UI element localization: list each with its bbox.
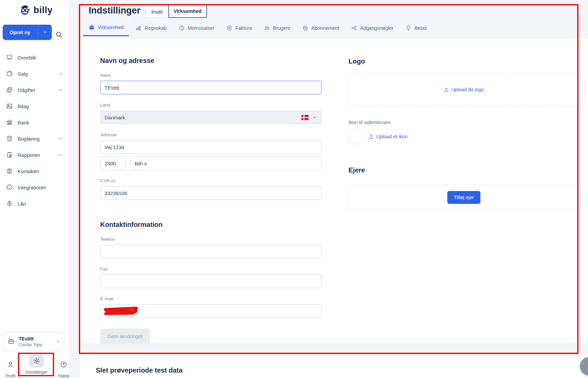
section-title-contact: Kontaktinformation	[100, 221, 321, 229]
chevron-down-icon	[58, 136, 63, 141]
tab-betas[interactable]: Betas	[400, 22, 432, 36]
company-switcher[interactable]: TEstttt Cecilie Topp	[3, 332, 64, 351]
name-input[interactable]	[100, 81, 321, 94]
chevron-down-icon	[43, 30, 47, 34]
briefcase-icon	[89, 24, 95, 30]
sidebar-item-label: Bogføring	[18, 136, 40, 142]
scope-tab-virksomhed[interactable]: Virksomhed	[168, 4, 207, 18]
tab-label: Faktura	[235, 25, 252, 31]
settings-tab-bar: Virksomhed Regnskab Momssatser Faktura B…	[83, 22, 432, 36]
footer-item-label: Indstillinger	[25, 370, 48, 375]
sidebar-item-overblik[interactable]: Overblik	[0, 49, 69, 66]
tab-regnskab[interactable]: Regnskab	[130, 22, 172, 36]
upload-icon-link[interactable]: Upload et ikon	[369, 134, 408, 139]
puzzle-icon	[6, 184, 13, 191]
company-settings-card: Navn og adresse Navn Land Danmark Adress…	[80, 39, 588, 344]
zip-input[interactable]	[100, 157, 126, 170]
tab-abonnement[interactable]: Abonnement	[297, 22, 344, 36]
tab-label: Betas	[414, 25, 427, 31]
chevron-down-icon	[58, 88, 63, 92]
upload-icon	[444, 87, 449, 92]
tab-faktura[interactable]: Faktura	[221, 22, 257, 36]
sidebar-icon-label: Ikon til sidemenuen	[348, 120, 579, 125]
sidebar-item-bogfoering[interactable]: Bogføring	[0, 131, 69, 147]
add-owner-button[interactable]: Tilføj ejer	[447, 191, 480, 204]
chevron-down-icon	[58, 71, 63, 76]
name-label: Navn	[100, 73, 321, 78]
country-value: Danmark	[105, 115, 125, 120]
billy-logo[interactable]: billy	[19, 4, 53, 16]
tab-brugere[interactable]: Brugere	[258, 22, 296, 36]
upload-icon-label: Upload et ikon	[376, 134, 408, 139]
name-address-form: Navn og adresse Navn Land Danmark Adress…	[100, 57, 321, 344]
settings-active-highlight	[29, 354, 44, 368]
logo-upload-dropzone[interactable]: Upload dit logo	[348, 73, 579, 106]
sidebar-item-laan[interactable]: Lån	[0, 195, 69, 212]
tab-label: Brugere	[273, 25, 291, 31]
delete-trial-title: Slet prøveperiode test data	[96, 367, 183, 374]
sidebar-item-kontakter[interactable]: Kontakter	[0, 163, 69, 179]
users-icon	[264, 25, 270, 31]
chevron-down-icon	[312, 115, 317, 120]
company-name: TEstttt	[19, 336, 43, 341]
image-icon	[6, 103, 13, 110]
phone-label: Telefon	[100, 237, 321, 242]
fax-input[interactable]	[100, 275, 321, 288]
tab-label: Abonnement	[311, 25, 339, 31]
tab-label: Momssatser	[188, 25, 214, 31]
address-input[interactable]	[100, 140, 321, 154]
money-bag-icon	[6, 200, 13, 207]
footer-item-profil[interactable]: Profil	[2, 358, 19, 378]
tab-momssatser[interactable]: Momssatser	[173, 22, 220, 36]
city-input[interactable]	[130, 157, 321, 170]
save-changes-button[interactable]: Gem ændringer	[100, 329, 150, 344]
scope-tab-profil[interactable]: Profil	[145, 6, 168, 18]
create-new-button[interactable]: Opret ny	[3, 25, 52, 40]
sidebar-item-integrationer[interactable]: Integrationer	[0, 179, 69, 195]
pie-chart-icon	[179, 25, 185, 31]
sidebar: billy Opret ny Overblik Salg	[0, 0, 69, 378]
sidebar-item-label: Lån	[18, 201, 26, 207]
documents-icon	[6, 87, 13, 93]
wallet-icon	[6, 70, 13, 77]
sidebar-item-label: Salg	[18, 71, 28, 77]
tab-virksomhed[interactable]: Virksomhed	[83, 22, 129, 36]
person-circle-icon	[6, 168, 13, 174]
company-user: Cecilie Topp	[19, 342, 43, 347]
denmark-flag-icon	[301, 115, 309, 120]
upload-logo-link[interactable]: Upload dit logo	[444, 87, 484, 92]
country-select[interactable]: Danmark	[100, 111, 321, 124]
dashboard-icon	[6, 54, 13, 61]
invoice-icon	[226, 25, 232, 31]
briefcase-icon	[8, 338, 15, 345]
fax-label: Fax	[100, 266, 321, 271]
footer-item-hjaelp[interactable]: Hjælp	[54, 358, 73, 378]
footer-item-label: Profil	[2, 373, 19, 378]
upload-icon	[369, 134, 374, 139]
sidebar-item-udgifter[interactable]: Udgifter	[0, 82, 69, 98]
footer-item-label: Hjælp	[54, 373, 73, 378]
sidebar-item-bank[interactable]: Bank	[0, 114, 69, 131]
sidebar-item-salg[interactable]: Salg	[0, 66, 69, 82]
icon-upload-dropzone[interactable]	[348, 129, 363, 144]
section-title-name-address: Navn og adresse	[100, 57, 321, 65]
phone-input[interactable]	[100, 245, 321, 258]
access-keys-icon	[351, 25, 357, 31]
tab-label: Virksomhed	[98, 25, 123, 30]
search-icon[interactable]	[55, 29, 67, 40]
cvr-input[interactable]	[100, 186, 321, 200]
footer-item-indstillinger[interactable]: Indstillinger	[25, 354, 48, 375]
person-icon	[2, 358, 19, 371]
chevron-down-icon	[58, 152, 63, 157]
section-title-logo: Logo	[348, 57, 579, 65]
help-icon	[54, 358, 73, 371]
tab-adgangsnoegler[interactable]: Adgangsnøgler	[346, 22, 399, 36]
sidebar-item-rapporter[interactable]: Rapporter	[0, 147, 69, 163]
sidebar-item-bilag[interactable]: Bilag	[0, 98, 69, 114]
button-divider	[37, 28, 38, 37]
email-input[interactable]	[100, 304, 321, 318]
gear-icon	[33, 357, 40, 364]
sidebar-item-label: Bilag	[18, 103, 29, 109]
brand-name: billy	[33, 5, 53, 16]
lightbulb-icon	[405, 25, 411, 31]
